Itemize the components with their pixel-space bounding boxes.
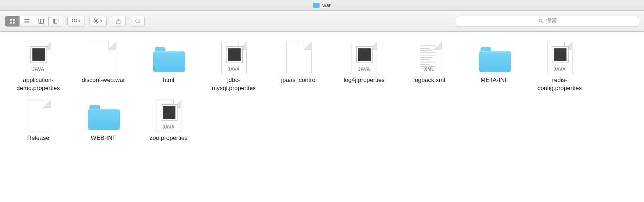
file-label: jdbc- mysql.properties bbox=[212, 76, 256, 93]
svg-point-32 bbox=[539, 19, 542, 22]
svg-line-26 bbox=[97, 22, 98, 23]
icon-view-button[interactable] bbox=[5, 16, 20, 26]
svg-rect-11 bbox=[54, 19, 57, 23]
java-file-icon: JAVA bbox=[544, 37, 575, 74]
file-label: redis- config.properties bbox=[538, 76, 582, 93]
file-label: jpaas_control bbox=[281, 76, 317, 93]
file-item[interactable]: JAVAjdbc- mysql.properties bbox=[201, 35, 266, 93]
file-label: logback.xml bbox=[414, 76, 445, 93]
xml-file-icon: XML bbox=[414, 37, 445, 74]
svg-rect-1 bbox=[13, 19, 15, 20]
generic-file-icon bbox=[284, 37, 315, 74]
svg-rect-15 bbox=[76, 19, 77, 20]
svg-rect-7 bbox=[39, 19, 44, 23]
file-item[interactable]: JAVAlog4j.properties bbox=[332, 35, 397, 93]
svg-line-27 bbox=[94, 22, 95, 23]
svg-rect-3 bbox=[13, 22, 15, 23]
gallery-view-button[interactable] bbox=[48, 16, 63, 26]
toolbar: 搜索 bbox=[0, 11, 644, 32]
file-item[interactable]: JAVAredis- config.properties bbox=[527, 35, 592, 93]
file-item[interactable]: JAVAapplication- demo.properties bbox=[6, 35, 71, 93]
svg-rect-0 bbox=[10, 19, 12, 20]
search-field[interactable]: 搜索 bbox=[456, 16, 639, 26]
svg-line-25 bbox=[94, 19, 95, 20]
view-mode-group bbox=[5, 16, 63, 26]
svg-line-28 bbox=[97, 19, 98, 20]
file-label: WEB-INF bbox=[91, 134, 116, 151]
svg-rect-16 bbox=[72, 20, 73, 22]
svg-line-33 bbox=[541, 22, 543, 23]
java-file-icon: JAVA bbox=[218, 37, 249, 74]
svg-rect-13 bbox=[72, 19, 73, 20]
svg-marker-19 bbox=[78, 20, 81, 22]
file-item[interactable]: JAVAzoo.properties bbox=[136, 93, 201, 151]
file-item[interactable]: html bbox=[136, 35, 201, 93]
svg-marker-29 bbox=[100, 20, 103, 22]
file-item[interactable]: XMLlogback.xml bbox=[397, 35, 462, 93]
folder-icon bbox=[479, 37, 510, 74]
svg-rect-2 bbox=[10, 22, 12, 23]
file-grid: JAVAapplication- demo.propertiesdisconf-… bbox=[6, 35, 644, 151]
svg-point-20 bbox=[95, 20, 97, 22]
tags-button[interactable] bbox=[130, 16, 145, 26]
search-placeholder: 搜索 bbox=[546, 17, 557, 25]
file-label: html bbox=[163, 76, 174, 93]
file-item[interactable]: jpaas_control bbox=[266, 35, 332, 93]
file-label: log4j.properties bbox=[343, 76, 384, 93]
file-item[interactable]: disconf-web.war bbox=[71, 35, 136, 93]
file-item[interactable]: Release bbox=[6, 93, 71, 151]
titlebar: war bbox=[0, 0, 644, 11]
file-item[interactable]: META-INF bbox=[462, 35, 527, 93]
svg-rect-17 bbox=[74, 20, 75, 22]
action-button[interactable] bbox=[89, 16, 107, 26]
file-label: application- demo.properties bbox=[17, 76, 60, 93]
share-button[interactable] bbox=[111, 16, 126, 26]
java-file-icon: JAVA bbox=[23, 37, 54, 74]
window-title: war bbox=[322, 2, 331, 8]
file-label: META-INF bbox=[481, 76, 508, 93]
content-area: JAVAapplication- demo.propertiesdisconf-… bbox=[0, 32, 644, 155]
svg-rect-18 bbox=[76, 20, 77, 22]
file-item[interactable]: WEB-INF bbox=[71, 93, 136, 151]
folder-icon bbox=[153, 37, 184, 74]
folder-icon bbox=[88, 95, 119, 132]
generic-file-icon bbox=[23, 95, 54, 132]
file-label: zoo.properties bbox=[150, 134, 188, 151]
search-icon bbox=[538, 18, 544, 24]
folder-icon bbox=[313, 3, 320, 8]
list-view-button[interactable] bbox=[19, 16, 34, 26]
java-file-icon: JAVA bbox=[153, 95, 184, 132]
generic-file-icon bbox=[88, 37, 119, 74]
column-view-button[interactable] bbox=[34, 16, 49, 26]
arrange-button[interactable] bbox=[67, 16, 85, 26]
file-label: Release bbox=[27, 134, 49, 151]
java-file-icon: JAVA bbox=[349, 37, 380, 74]
file-label: disconf-web.war bbox=[82, 76, 125, 93]
svg-rect-14 bbox=[74, 19, 75, 20]
